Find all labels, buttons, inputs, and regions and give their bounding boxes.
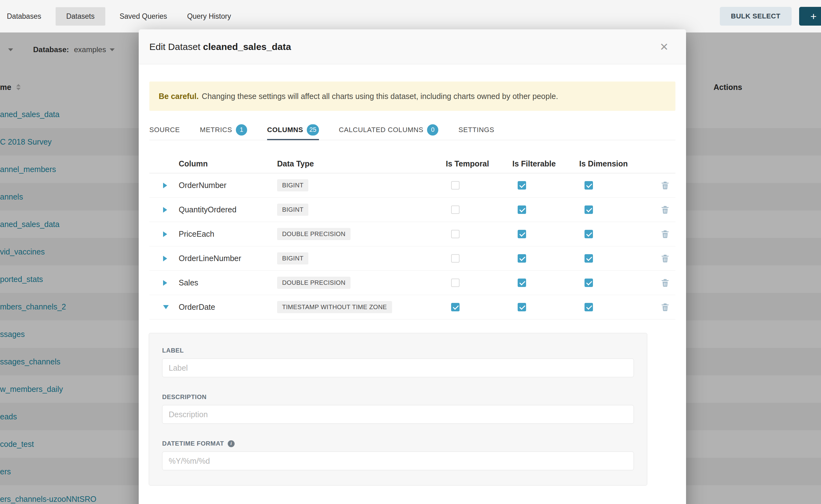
tab-settings[interactable]: SETTINGS — [458, 120, 494, 140]
data-type-badge: TIMESTAMP WITHOUT TIME ZONE — [277, 301, 392, 313]
collapse-caret-icon[interactable] — [163, 305, 169, 309]
label-input[interactable] — [162, 358, 634, 377]
columns-count-badge: 25 — [307, 124, 319, 136]
is-filterable-checkbox[interactable] — [518, 254, 526, 263]
data-type-header: Data Type — [277, 159, 446, 168]
is-temporal-checkbox[interactable] — [451, 230, 460, 238]
column-row: PriceEachDOUBLE PRECISION — [149, 222, 675, 246]
is-dimension-checkbox[interactable] — [585, 205, 593, 214]
column-row: OrderDateTIMESTAMP WITHOUT TIME ZONE — [149, 295, 675, 319]
is-dimension-checkbox[interactable] — [585, 181, 593, 190]
data-type-badge: BIGINT — [277, 252, 308, 264]
column-row: SalesDOUBLE PRECISION — [149, 271, 675, 295]
is-filterable-checkbox[interactable] — [518, 205, 526, 214]
expand-caret-icon[interactable] — [163, 183, 167, 188]
label-text: DESCRIPTION — [162, 393, 206, 401]
is-temporal-checkbox[interactable] — [451, 205, 460, 214]
is-temporal-checkbox[interactable] — [451, 254, 460, 263]
column-name: PriceEach — [179, 230, 277, 239]
edit-dataset-modal: Edit Dataset cleaned_sales_data ✕ Be car… — [139, 29, 686, 504]
is-filterable-checkbox[interactable] — [518, 230, 526, 238]
nav-tab-saved-queries[interactable]: Saved Queries — [114, 7, 173, 26]
is-dimension-header: Is Dimension — [579, 159, 655, 168]
column-name: OrderLineNumber — [179, 254, 277, 263]
warning-banner: Be careful. Changing these settings will… — [149, 82, 675, 111]
is-temporal-checkbox[interactable] — [451, 279, 460, 287]
label-text: LABEL — [162, 347, 184, 354]
modal-body: Be careful. Changing these settings will… — [139, 82, 686, 486]
is-temporal-header: Is Temporal — [446, 159, 512, 168]
is-filterable-checkbox[interactable] — [518, 279, 526, 287]
expand-caret-icon[interactable] — [163, 280, 167, 286]
is-dimension-checkbox[interactable] — [585, 303, 593, 311]
columns-table-body: OrderNumberBIGINTQuantityOrderedBIGINTPr… — [149, 173, 675, 319]
tab-label: METRICS — [200, 126, 232, 134]
delete-column-icon[interactable] — [661, 254, 669, 263]
tab-source[interactable]: SOURCE — [149, 120, 180, 140]
column-name: OrderDate — [179, 303, 277, 312]
delete-column-icon[interactable] — [661, 181, 669, 190]
bulk-select-button[interactable]: BULK SELECT — [720, 7, 792, 26]
data-type-badge: DOUBLE PRECISION — [277, 228, 350, 240]
delete-column-icon[interactable] — [661, 230, 669, 239]
expand-caret-icon[interactable] — [163, 207, 167, 213]
columns-table-header: Column Data Type Is Temporal Is Filterab… — [149, 155, 675, 173]
column-name: QuantityOrdered — [179, 205, 277, 214]
nav-tab-databases[interactable]: Databases — [1, 7, 47, 26]
is-dimension-checkbox[interactable] — [585, 230, 593, 238]
tab-calculated-columns[interactable]: CALCULATED COLUMNS 0 — [339, 120, 439, 140]
is-filterable-checkbox[interactable] — [518, 303, 526, 311]
tab-label: SETTINGS — [458, 126, 494, 134]
tab-label: COLUMNS — [267, 126, 303, 134]
top-nav: Databases Datasets Saved Queries Query H… — [0, 0, 821, 32]
delete-column-icon[interactable] — [661, 303, 669, 312]
modal-header: Edit Dataset cleaned_sales_data ✕ — [139, 29, 686, 64]
add-dataset-button[interactable]: + — [799, 7, 821, 26]
is-filterable-checkbox[interactable] — [518, 181, 526, 190]
modal-tabs: SOURCE METRICS 1 COLUMNS 25 CALCULATED C… — [149, 120, 675, 140]
data-type-badge: DOUBLE PRECISION — [277, 277, 350, 289]
warning-bold: Be careful. — [159, 92, 199, 101]
datetime-format-field-label: DATETIME FORMAT i — [162, 440, 634, 447]
label-text: DATETIME FORMAT — [162, 440, 224, 447]
nav-tab-datasets[interactable]: Datasets — [56, 7, 105, 26]
delete-column-icon[interactable] — [661, 205, 669, 214]
tab-metrics[interactable]: METRICS 1 — [200, 120, 247, 140]
column-name: OrderNumber — [179, 181, 277, 190]
close-icon[interactable]: ✕ — [660, 42, 669, 52]
delete-column-icon[interactable] — [661, 279, 669, 287]
column-row: QuantityOrderedBIGINT — [149, 198, 675, 222]
description-input[interactable] — [162, 405, 634, 424]
tab-columns[interactable]: COLUMNS 25 — [267, 120, 319, 140]
column-header: Column — [179, 159, 277, 168]
metrics-count-badge: 1 — [236, 124, 247, 136]
column-row: OrderNumberBIGINT — [149, 173, 675, 198]
is-dimension-checkbox[interactable] — [585, 279, 593, 287]
data-type-badge: BIGINT — [277, 204, 308, 216]
warning-text: Changing these settings will affect all … — [202, 92, 558, 101]
expand-caret-icon[interactable] — [163, 256, 167, 261]
is-filterable-header: Is Filterable — [512, 159, 579, 168]
data-type-badge: BIGINT — [277, 179, 308, 191]
calculated-columns-count-badge: 0 — [427, 124, 438, 136]
is-temporal-checkbox[interactable] — [451, 303, 460, 311]
column-name: Sales — [179, 278, 277, 287]
info-icon[interactable]: i — [228, 440, 235, 447]
modal-title-dataset: cleaned_sales_data — [203, 42, 291, 52]
datetime-format-input[interactable] — [162, 452, 634, 470]
nav-tab-query-history[interactable]: Query History — [181, 7, 237, 26]
description-field-label: DESCRIPTION — [162, 393, 634, 401]
tab-label: SOURCE — [149, 126, 180, 134]
modal-title: Edit Dataset cleaned_sales_data — [149, 42, 291, 52]
is-dimension-checkbox[interactable] — [585, 254, 593, 263]
is-temporal-checkbox[interactable] — [451, 181, 460, 190]
column-row: OrderLineNumberBIGINT — [149, 246, 675, 271]
expand-caret-icon[interactable] — [163, 231, 167, 237]
columns-table: Column Data Type Is Temporal Is Filterab… — [149, 155, 675, 319]
column-detail-panel: LABEL DESCRIPTION DATETIME FORMAT i — [149, 333, 647, 486]
label-field-label: LABEL — [162, 347, 634, 354]
tab-label: CALCULATED COLUMNS — [339, 126, 424, 134]
modal-title-prefix: Edit Dataset — [149, 42, 200, 52]
